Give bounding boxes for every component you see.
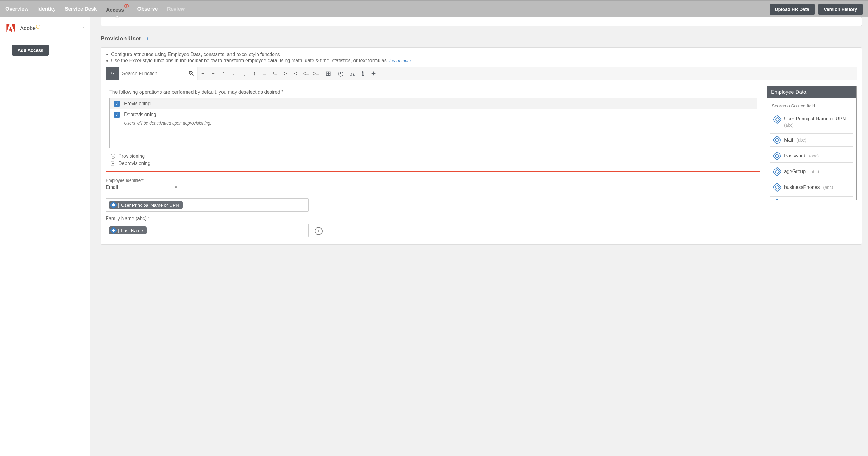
main-content: Provision User ? Configure attributes us… [90,17,868,456]
previous-card-stub [100,17,862,26]
op-lte[interactable]: <= [301,67,311,80]
chevron-down-icon: ▼ [174,185,178,190]
source-field-businessphones[interactable]: businessPhones(abc) [770,181,854,194]
attribute-row-lastname[interactable]: |Last Name [106,224,309,237]
source-icon [110,201,117,208]
adobe-logo-icon [5,23,16,33]
note-item: Configure attributes using Employee Data… [111,52,857,57]
op-plus[interactable]: + [198,67,208,80]
source-icon [772,151,782,161]
learn-more-link[interactable]: Learn more [390,58,411,63]
version-history-button[interactable]: Version History [818,4,863,15]
op-gt[interactable]: > [280,67,290,80]
warning-icon: ⓘ [36,24,40,30]
colon: : [183,216,184,221]
provision-panel: Configure attributes using Employee Data… [100,47,862,245]
operation-row-provisioning[interactable]: ✓ Provisioning [110,98,756,109]
app-header: Adobeⓘ ··· [0,17,90,39]
add-attribute-button[interactable]: + [315,227,322,235]
op-gte[interactable]: >= [311,67,321,80]
op-minus[interactable]: − [208,67,218,80]
employee-data-panel: Employee Data User Principal Name or UPN… [767,86,857,200]
op-neq[interactable]: != [270,67,280,80]
category-icons: ⊞ ◷ A ℹ ✦ [321,70,376,78]
search-icon[interactable]: 🔍︎ [188,70,194,78]
source-field-mail[interactable]: Mail(abc) [770,134,854,147]
operation-note: Users will be deactivated upon deprovisi… [110,120,756,128]
checkbox-provisioning[interactable]: ✓ [114,101,120,107]
app-name: Adobe [20,25,36,31]
top-actions: Upload HR Data Version History [770,4,863,15]
notes-list: Configure attributes using Employee Data… [106,52,857,63]
summary-provisioning: Provisioning [109,152,757,160]
minus-circle-icon [111,154,115,159]
tab-review[interactable]: Review [167,1,185,17]
operator-buttons: + − * / ( ) = != > < <= >= [198,67,321,80]
text-icon[interactable]: A [350,70,355,78]
source-field-password[interactable]: Password(abc) [770,149,854,163]
nav-tabs: Overview Identity Service Desk Accessⓘ O… [5,1,770,18]
field-pill-lastname[interactable]: |Last Name [109,227,147,234]
top-nav: Overview Identity Service Desk Accessⓘ O… [0,0,868,17]
time-icon[interactable]: ◷ [338,70,343,78]
add-access-button[interactable]: Add Access [12,45,49,56]
checkbox-deprovisioning[interactable]: ✓ [114,112,120,118]
op-divide[interactable]: / [229,67,239,80]
function-toolbar: ƒx 🔍︎ + − * / ( ) = != > < <= > [106,67,857,80]
section-title: Provision User [100,35,141,42]
operation-row-deprovisioning[interactable]: ✓ Deprovisioning [110,109,756,120]
op-eq[interactable]: = [259,67,270,80]
source-icon [110,227,117,234]
employee-identifier-label: Employee Identifier* [106,178,761,183]
employee-data-list[interactable]: User Principal Name or UPN(abc) Mail(abc… [767,113,857,200]
summary-deprovisioning: Deprovisioning [109,160,757,167]
family-name-label: Family Name (abc) * [106,216,150,221]
tab-overview[interactable]: Overview [5,1,28,17]
info-icon[interactable]: ℹ [362,70,364,78]
operation-label: Provisioning [124,101,151,107]
sidebar: Adobeⓘ ··· Add Access [0,17,90,456]
function-search-input[interactable] [122,71,188,77]
operation-label: Deprovisioning [124,112,156,117]
operations-box: ✓ Provisioning ✓ Deprovisioning Users wi… [109,98,757,148]
select-value: Email [106,184,118,190]
tab-service-desk[interactable]: Service Desk [65,1,97,17]
function-search[interactable]: 🔍︎ [119,67,198,80]
tab-access[interactable]: Accessⓘ [106,1,128,18]
source-icon [772,198,782,200]
note-item: Use the Excel-style functions in the too… [111,58,857,63]
employee-data-search[interactable] [771,101,852,110]
source-field-upn[interactable]: User Principal Name or UPN(abc) [770,113,854,131]
help-icon[interactable]: ? [145,36,150,41]
source-field-agegroup[interactable]: ageGroup(abc) [770,165,854,178]
op-rparen[interactable]: ) [249,67,259,80]
attribute-row-upn[interactable]: |User Principal Name or UPN [106,198,309,211]
tab-observe[interactable]: Observe [137,1,158,17]
fx-icon: ƒx [106,67,119,80]
source-field-city[interactable]: city(abc) [770,197,854,200]
misc-icon[interactable]: ✦ [371,70,376,78]
minus-circle-icon [111,161,115,166]
employee-data-title: Employee Data [767,86,857,98]
upload-hr-data-button[interactable]: Upload HR Data [770,4,815,15]
alert-icon: ⓘ [124,4,129,8]
field-pill-upn[interactable]: |User Principal Name or UPN [109,201,183,209]
operations-highlight: The following operations are performed b… [106,86,761,172]
source-icon [772,167,782,176]
op-lparen[interactable]: ( [239,67,249,80]
op-multiply[interactable]: * [218,67,229,80]
more-menu-icon[interactable]: ··· [83,27,85,30]
source-icon [772,115,782,124]
op-lt[interactable]: < [290,67,301,80]
employee-identifier-select[interactable]: Email ▼ [106,183,178,192]
source-icon [772,182,782,192]
source-icon [772,135,782,145]
math-icon[interactable]: ⊞ [326,70,331,78]
tab-identity[interactable]: Identity [37,1,56,17]
operations-intro: The following operations are performed b… [109,89,757,95]
